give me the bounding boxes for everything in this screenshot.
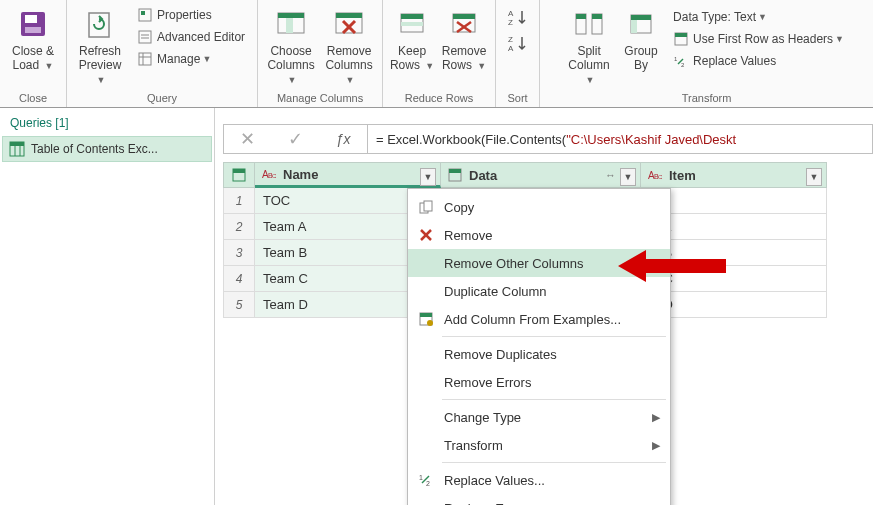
svg-rect-36 [631,20,637,33]
chevron-down-icon: ▼ [45,61,54,71]
properties-label: Properties [157,8,212,22]
text-type-icon: ABC [261,166,277,182]
formula-row: ✕ ✓ ƒx = Excel.Workbook(File.Contents("C… [223,124,873,154]
row-header[interactable]: 1 [223,188,255,214]
group-label-manage-cols: Manage Columns [262,88,378,107]
first-row-headers-button[interactable]: Use First Row as Headers ▼ [669,28,848,50]
table-type-icon [447,167,463,183]
cancel-icon[interactable]: ✕ [240,128,255,150]
group-label-transform: Transform [544,88,869,107]
queries-title[interactable]: Queries [1] [2,114,212,136]
replace-icon: 12 [416,470,436,490]
fx-icon[interactable]: ƒx [336,131,351,147]
svg-marker-64 [618,250,726,282]
close-and-load-button[interactable]: Close &Load ▼ [4,2,62,73]
ctx-remove[interactable]: Remove [408,221,670,249]
col-name-label: Name [283,167,318,182]
grid-header: ABC Name ▼ Data ↔ ▼ ABC Item ▼ [223,162,873,188]
query-item-label: Table of Contents Exc... [31,142,158,156]
ctx-transform[interactable]: Transform ▶ [408,431,670,459]
remove-rows-icon [446,6,482,42]
properties-icon [137,7,153,23]
column-header-name[interactable]: ABC Name ▼ [255,162,441,188]
refresh-preview-button[interactable]: RefreshPreview ▼ [71,2,129,87]
column-header-item[interactable]: ABC Item ▼ [641,162,827,188]
ctx-remove-errors[interactable]: Remove Errors [408,368,670,396]
keep-rows-label: KeepRows [390,44,426,72]
ctx-replace-values[interactable]: 12 Replace Values... [408,466,670,494]
row-header[interactable]: 4 [223,266,255,292]
sort-desc-button[interactable]: ZA [507,34,529,54]
choose-columns-button[interactable]: ChooseColumns ▼ [262,2,320,87]
remove-rows-button[interactable]: RemoveRows ▼ [437,2,491,73]
svg-rect-1 [25,15,37,23]
formula-bar[interactable]: = Excel.Workbook(File.Contents("C:\Users… [368,124,873,154]
svg-rect-38 [675,33,687,37]
ctx-remove-duplicates[interactable]: Remove Duplicates [408,340,670,368]
data-type-label: Data Type: Text [673,10,756,24]
context-menu: Copy Remove Remove Other Columns Duplica… [407,188,671,505]
svg-text:Z: Z [508,18,513,27]
replace-values-button[interactable]: 12 Replace Values [669,50,848,72]
save-icon [15,6,51,42]
ribbon-group-close: Close &Load ▼ Close [0,0,67,107]
ctx-remove-label: Remove [444,228,492,243]
group-by-button[interactable]: GroupBy [617,2,665,72]
manage-button[interactable]: Manage ▼ [133,48,249,70]
properties-button[interactable]: Properties [133,4,249,26]
svg-rect-5 [141,11,145,15]
examples-icon [416,309,436,329]
group-label-query: Query [71,88,253,107]
chevron-down-icon: ▼ [586,75,595,85]
ctx-replace-errors-label: Replace Errors... [444,501,542,506]
row-header[interactable]: 5 [223,292,255,318]
chevron-down-icon: ▼ [202,54,211,64]
formula-string: "C:\Users\Kashif Javed\Deskt [566,132,736,147]
svg-rect-20 [401,14,423,19]
svg-rect-21 [401,22,423,26]
query-item[interactable]: Table of Contents Exc... [2,136,212,162]
svg-rect-16 [336,13,362,18]
data-type-button[interactable]: Data Type: Text ▼ [669,6,848,28]
ctx-change-type[interactable]: Change Type ▶ [408,403,670,431]
grid-corner[interactable] [223,162,255,188]
sort-asc-button[interactable]: AZ [507,8,529,28]
ctx-change-type-label: Change Type [444,410,521,425]
svg-text:2: 2 [426,480,430,487]
check-icon[interactable]: ✓ [288,128,303,150]
ctx-add-examples-label: Add Column From Examples... [444,312,621,327]
ctx-copy[interactable]: Copy [408,193,670,221]
filter-dropdown-icon[interactable]: ▼ [806,168,822,186]
svg-rect-9 [139,53,151,65]
keep-rows-button[interactable]: KeepRows ▼ [387,2,437,73]
filter-dropdown-icon[interactable]: ▼ [420,168,436,186]
group-label-close: Close [4,88,62,107]
remove-columns-icon [331,6,367,42]
row-header[interactable]: 2 [223,214,255,240]
column-header-data[interactable]: Data ↔ ▼ [441,162,641,188]
split-column-icon [571,6,607,42]
editor-icon [137,29,153,45]
svg-rect-13 [278,13,304,18]
chevron-down-icon: ▼ [97,75,106,85]
remove-columns-button[interactable]: RemoveColumns ▼ [320,2,378,87]
expand-icon[interactable]: ↔ [605,169,616,181]
ctx-replace-errors[interactable]: Replace Errors... [408,494,670,505]
queries-pane: Queries [1] Table of Contents Exc... [0,108,215,505]
row-header[interactable]: 3 [223,240,255,266]
ctx-separator [442,399,666,400]
ctx-separator [442,462,666,463]
group-by-label: GroupBy [624,44,657,72]
replace-vals-label: Replace Values [693,54,776,68]
split-column-button[interactable]: SplitColumn ▼ [561,2,617,87]
first-row-label: Use First Row as Headers [693,32,833,46]
annotation-arrow [618,246,728,286]
ctx-add-examples[interactable]: Add Column From Examples... [408,305,670,333]
filter-dropdown-icon[interactable]: ▼ [620,168,636,186]
ctx-remove-dup-label: Remove Duplicates [444,347,557,362]
ctx-duplicate-label: Duplicate Column [444,284,547,299]
remove-cols-label: RemoveColumns [325,44,372,72]
chevron-down-icon: ▼ [758,12,767,22]
advanced-editor-button[interactable]: Advanced Editor [133,26,249,48]
ribbon-group-sort: AZ ZA Sort [496,0,540,107]
